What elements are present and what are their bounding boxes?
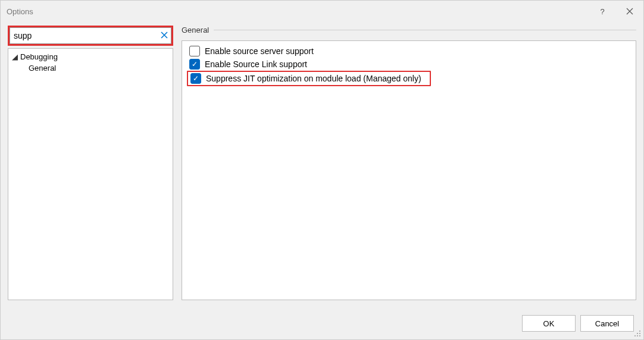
checkbox-unchecked-icon bbox=[189, 46, 200, 56]
option-enable-source-link[interactable]: Enable Source Link support bbox=[187, 58, 631, 71]
help-icon: ? bbox=[600, 7, 604, 16]
titlebar: Options ? bbox=[1, 1, 643, 22]
grip-icon bbox=[634, 330, 641, 337]
left-pane: ◢ Debugging General bbox=[8, 26, 173, 300]
right-pane: General Enable source server support Ena… bbox=[182, 26, 636, 300]
tree-label: General bbox=[29, 64, 56, 73]
category-tree: ◢ Debugging General bbox=[8, 48, 173, 300]
option-label: Enable Source Link support bbox=[205, 59, 307, 69]
expander-icon: ◢ bbox=[12, 52, 18, 61]
svg-point-2 bbox=[639, 333, 640, 334]
dialog-footer: OK Cancel bbox=[1, 307, 643, 339]
option-enable-source-server[interactable]: Enable source server support bbox=[187, 45, 631, 58]
tree-item-debugging[interactable]: ◢ Debugging bbox=[8, 51, 173, 62]
suppress-jit-highlight: Suppress JIT optimization on module load… bbox=[187, 71, 431, 86]
section-title: General bbox=[182, 26, 209, 34]
help-button[interactable]: ? bbox=[589, 1, 616, 22]
options-dialog: Options ? ◢ Debugging General bbox=[0, 0, 644, 340]
clear-icon bbox=[161, 32, 168, 39]
section-divider bbox=[214, 30, 636, 30]
checkbox-checked-icon bbox=[189, 59, 200, 70]
ok-button[interactable]: OK bbox=[522, 315, 576, 332]
resize-grip[interactable] bbox=[634, 330, 641, 337]
checkbox-checked-icon bbox=[190, 73, 201, 84]
svg-point-5 bbox=[639, 335, 640, 336]
options-list: Enable source server support Enable Sour… bbox=[182, 40, 636, 300]
cancel-button[interactable]: Cancel bbox=[580, 315, 634, 332]
close-icon bbox=[626, 8, 633, 15]
dialog-content: ◢ Debugging General General Enable sourc… bbox=[1, 22, 643, 307]
option-label: Enable source server support bbox=[205, 46, 314, 56]
clear-search-button[interactable] bbox=[161, 31, 168, 40]
option-label: Suppress JIT optimization on module load… bbox=[206, 74, 421, 83]
dialog-title: Options bbox=[7, 7, 33, 16]
close-button[interactable] bbox=[616, 1, 643, 22]
svg-point-0 bbox=[639, 330, 640, 332]
tree-item-general[interactable]: General bbox=[8, 62, 173, 74]
option-suppress-jit[interactable]: Suppress JIT optimization on module load… bbox=[188, 72, 424, 85]
search-highlight bbox=[8, 26, 173, 46]
svg-point-1 bbox=[637, 333, 638, 334]
tree-label: Debugging bbox=[20, 52, 58, 61]
section-header: General bbox=[182, 26, 636, 34]
svg-point-3 bbox=[634, 335, 636, 336]
search-input[interactable] bbox=[10, 27, 171, 44]
svg-point-4 bbox=[637, 335, 638, 336]
